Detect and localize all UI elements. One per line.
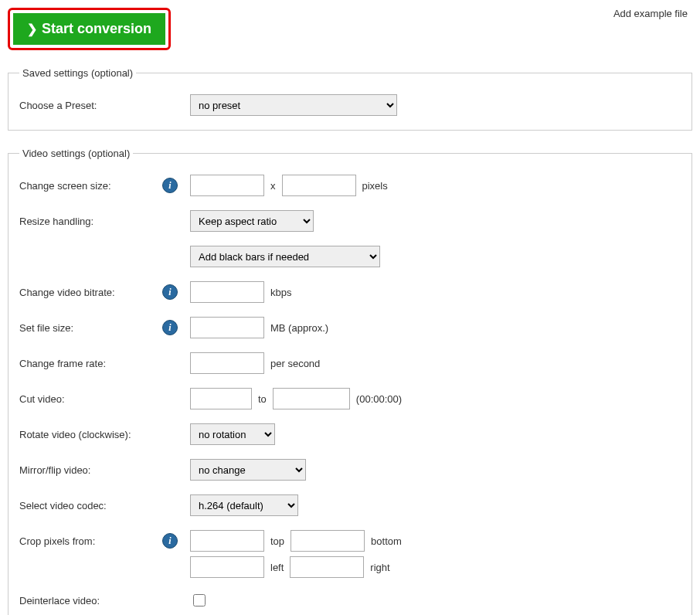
preset-select[interactable]: no preset (190, 94, 397, 116)
crop-bottom-label: bottom (371, 535, 402, 547)
start-button-label: Start conversion (42, 21, 151, 37)
crop-right-input[interactable] (290, 556, 364, 578)
framerate-unit: per second (270, 358, 320, 369)
framerate-label: Change frame rate: (19, 358, 162, 369)
bitrate-unit: kbps (270, 287, 291, 298)
screen-height-input[interactable] (282, 175, 356, 196)
saved-settings-legend: Saved settings (optional) (19, 67, 136, 79)
screen-size-label: Change screen size: (19, 180, 162, 192)
filesize-unit: MB (approx.) (270, 322, 328, 334)
rotate-label: Rotate video (clockwise): (19, 429, 162, 440)
resize-bars-select[interactable]: Add black bars if needed (190, 246, 380, 267)
info-icon[interactable]: i (162, 178, 178, 193)
crop-top-label: top (270, 535, 284, 547)
x-separator: x (270, 180, 276, 192)
mirror-label: Mirror/flip video: (19, 464, 162, 476)
video-settings-legend: Video settings (optional) (19, 148, 133, 159)
add-example-file-link[interactable]: Add example file (613, 8, 688, 19)
cut-hint: (00:00:00) (356, 393, 402, 405)
preset-label: Choose a Preset: (19, 100, 162, 111)
info-icon[interactable]: i (162, 533, 178, 549)
crop-label: Crop pixels from: (19, 535, 162, 547)
filesize-label: Set file size: (19, 322, 162, 334)
crop-top-input[interactable] (190, 530, 264, 552)
info-icon[interactable]: i (162, 320, 178, 335)
codec-select[interactable]: h.264 (default) (190, 494, 298, 516)
cut-to-label: to (258, 393, 267, 405)
crop-left-label: left (270, 562, 284, 573)
video-settings-fieldset: Video settings (optional) Change screen … (8, 148, 692, 615)
crop-bottom-input[interactable] (291, 530, 365, 552)
cut-label: Cut video: (19, 393, 162, 405)
crop-left-input[interactable] (190, 556, 264, 578)
cut-from-input[interactable] (190, 388, 252, 409)
chevron-right-icon: ❯ (27, 22, 37, 36)
framerate-input[interactable] (190, 352, 264, 374)
filesize-input[interactable] (190, 317, 264, 338)
resize-aspect-select[interactable]: Keep aspect ratio (190, 210, 314, 232)
screen-width-input[interactable] (190, 175, 264, 196)
rotate-select[interactable]: no rotation (190, 423, 275, 445)
saved-settings-fieldset: Saved settings (optional) Choose a Prese… (8, 67, 692, 131)
info-icon[interactable]: i (162, 284, 178, 300)
deinterlace-checkbox[interactable] (193, 594, 206, 607)
start-button-highlight: ❯ Start conversion (8, 8, 171, 50)
crop-right-label: right (370, 562, 389, 573)
bitrate-input[interactable] (190, 281, 264, 303)
deinterlace-label: Deinterlace video: (19, 595, 162, 607)
codec-label: Select video codec: (19, 500, 162, 511)
resize-label: Resize handling: (19, 216, 162, 227)
pixels-unit: pixels (362, 180, 388, 192)
bitrate-label: Change video bitrate: (19, 287, 162, 298)
mirror-select[interactable]: no change (190, 459, 306, 481)
start-conversion-button[interactable]: ❯ Start conversion (13, 13, 165, 45)
cut-to-input[interactable] (273, 388, 350, 409)
